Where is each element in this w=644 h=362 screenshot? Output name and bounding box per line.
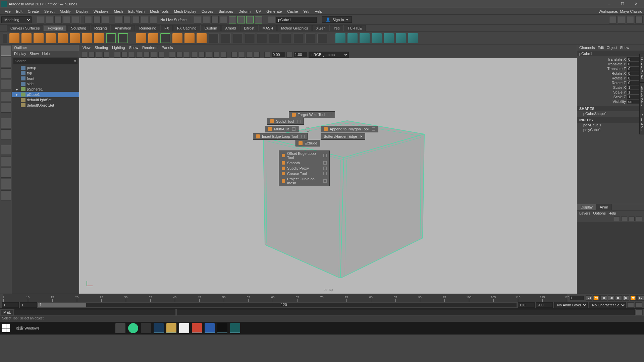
- model-toolkit-toggle-icon[interactable]: [609, 16, 616, 23]
- vp-lights-icon[interactable]: [191, 52, 197, 58]
- play-forward-icon[interactable]: ▶: [615, 295, 622, 301]
- outliner-toggle-icon[interactable]: [1, 190, 11, 200]
- layer-new-empty-icon[interactable]: [629, 217, 635, 221]
- menu-cache[interactable]: Cache: [284, 9, 301, 14]
- shelf-tab-motion-graphics[interactable]: Motion Graphics: [277, 25, 312, 31]
- toggle-panel-icon[interactable]: [268, 16, 275, 23]
- command-input[interactable]: [14, 309, 175, 315]
- poly-pyramid-icon[interactable]: [82, 33, 92, 43]
- shape-node[interactable]: pCubeShape1: [577, 111, 644, 116]
- shelf-tab-fx[interactable]: FX: [161, 25, 173, 31]
- menu-uv[interactable]: UV: [253, 9, 264, 14]
- start-button[interactable]: [2, 324, 10, 332]
- mirror-icon[interactable]: [293, 33, 303, 43]
- step-back-key-icon[interactable]: ⏪: [593, 295, 600, 301]
- vp-menu-view[interactable]: View: [83, 46, 91, 50]
- range-start-field[interactable]: [2, 302, 19, 308]
- shelf-tab-fx-caching[interactable]: FX Caching: [173, 25, 200, 31]
- vp-menu-shading[interactable]: Shading: [95, 46, 108, 50]
- bridge-icon[interactable]: [269, 33, 279, 43]
- signin-button[interactable]: 👤 Sign In ▾: [322, 16, 352, 23]
- viewport-canvas[interactable]: Target Weld Tool Sculpt Tool Multi-Cut I…: [79, 58, 577, 294]
- render-frame-icon[interactable]: [203, 16, 210, 23]
- script-lang-label[interactable]: MEL: [1, 310, 13, 315]
- shelf-tab-polygons[interactable]: Polygons: [44, 25, 66, 31]
- layer-list[interactable]: [577, 222, 644, 294]
- cb-menu-edit[interactable]: Edit: [597, 46, 604, 50]
- menu-windows[interactable]: Windows: [91, 9, 111, 14]
- layer-menu-options[interactable]: Options: [593, 211, 606, 215]
- outliner-item-pCube1[interactable]: ▸pCube1: [12, 92, 79, 97]
- soft-select-tool[interactable]: [1, 118, 11, 128]
- menu-deform[interactable]: Deform: [236, 9, 253, 14]
- mm-smooth[interactable]: Smooth: [279, 160, 329, 166]
- redo-icon[interactable]: [72, 16, 79, 23]
- two-stacked-view-icon[interactable]: [1, 179, 11, 189]
- app-obs-icon[interactable]: [141, 323, 151, 333]
- construction-history-icon[interactable]: [194, 16, 201, 23]
- workspace-selector[interactable]: Workspace: Maya Classic: [599, 9, 642, 13]
- outliner-menu-show[interactable]: Show: [30, 52, 39, 56]
- shelf-tab-rigging[interactable]: Rigging: [91, 25, 110, 31]
- task-view-icon[interactable]: [115, 323, 125, 333]
- poly-svg-icon[interactable]: [118, 33, 128, 43]
- app-notepad-icon[interactable]: [179, 323, 189, 333]
- poly-soccer-icon[interactable]: [197, 33, 207, 43]
- current-frame-field[interactable]: [570, 296, 584, 300]
- menu-help[interactable]: Help: [312, 9, 325, 14]
- auto-key-icon[interactable]: [627, 302, 634, 308]
- vp-resolution-gate-icon[interactable]: [129, 52, 135, 58]
- menu-yeti[interactable]: Yeti: [301, 9, 312, 14]
- step-forward-icon[interactable]: |▶: [623, 295, 629, 301]
- symmetry-tool[interactable]: [1, 129, 11, 139]
- poly-prism-icon[interactable]: [148, 33, 158, 43]
- script-editor-icon[interactable]: [636, 309, 643, 315]
- layer-up-icon[interactable]: [614, 217, 620, 221]
- maximize-button[interactable]: ☐: [616, 1, 629, 7]
- vp-shadows-icon[interactable]: [199, 52, 205, 58]
- four-view-icon[interactable]: [1, 156, 11, 166]
- range-bar[interactable]: 1120: [38, 303, 517, 307]
- shelf-tab-bifrost[interactable]: Bifrost: [240, 25, 258, 31]
- outliner-item-persp[interactable]: persp: [12, 65, 79, 70]
- open-scene-icon[interactable]: [46, 16, 53, 23]
- vp-exposure-icon[interactable]: [264, 52, 270, 58]
- attr-translate-z[interactable]: Translate Z0: [577, 66, 644, 71]
- separate-icon[interactable]: [221, 33, 231, 43]
- vp-wireframe-icon[interactable]: [169, 52, 175, 58]
- app-photoshop-icon[interactable]: [154, 323, 164, 333]
- outliner-search[interactable]: ▾: [13, 58, 77, 64]
- app-powerpoint-icon[interactable]: [192, 323, 202, 333]
- select-mode-icon[interactable]: [85, 16, 92, 23]
- attr-scale-y[interactable]: Scale Y1: [577, 90, 644, 95]
- mm-multicut[interactable]: Multi-Cut: [265, 126, 299, 132]
- booleans-icon[interactable]: [245, 33, 255, 43]
- vp-gate-mask-icon[interactable]: [136, 52, 142, 58]
- anim-layer-select[interactable]: No Anim Layer: [554, 302, 588, 308]
- shelf-tab-turtle[interactable]: TURTLE: [344, 25, 366, 31]
- input-node-polyCube1[interactable]: polyCube1: [577, 127, 644, 132]
- rotate-tool[interactable]: [1, 80, 11, 90]
- last-tool[interactable]: [1, 103, 11, 113]
- attr-translate-x[interactable]: Translate X0: [577, 57, 644, 62]
- menu-mesh[interactable]: Mesh: [111, 9, 125, 14]
- scale-tool[interactable]: [1, 91, 11, 101]
- vp-grid-icon[interactable]: [114, 52, 120, 58]
- merge-icon[interactable]: [305, 33, 315, 43]
- vp-2d-pan-icon[interactable]: [103, 52, 109, 58]
- snap-point-icon[interactable]: [132, 16, 140, 23]
- menu-mesh-display[interactable]: Mesh Display: [171, 9, 199, 14]
- shelf-tab-sculpting[interactable]: Sculpting: [67, 25, 90, 31]
- vp-ao-icon[interactable]: [206, 52, 212, 58]
- two-side-view-icon[interactable]: [1, 168, 11, 178]
- combine-icon[interactable]: [209, 33, 219, 43]
- channel-node-name[interactable]: pCube1: [577, 51, 644, 56]
- shelf-tab-arnold[interactable]: Arnold: [221, 25, 239, 31]
- outliner-item-side[interactable]: side: [12, 81, 79, 86]
- option-box-icon[interactable]: [298, 120, 301, 123]
- option-box-icon[interactable]: [301, 135, 305, 138]
- shelf-tab-custom[interactable]: Custom: [201, 25, 221, 31]
- workspace-value[interactable]: Maya Classic: [620, 9, 642, 13]
- snap-plane-icon[interactable]: [141, 16, 148, 23]
- vp-motion-blur-icon[interactable]: [213, 52, 219, 58]
